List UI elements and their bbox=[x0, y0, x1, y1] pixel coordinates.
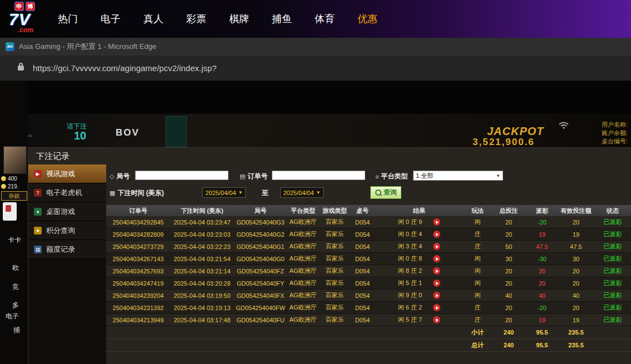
column-header: 结果 bbox=[375, 207, 464, 215]
play-cell: 庄 bbox=[464, 316, 491, 324]
round-cell: GD054254040G3 bbox=[234, 219, 287, 226]
order-cell: 250404034282809 bbox=[106, 231, 170, 238]
left-strip-item[interactable]: 卡卡 bbox=[8, 236, 21, 245]
column-header: 游戏类型 bbox=[319, 207, 350, 215]
balance-value-1: 400 bbox=[8, 176, 17, 182]
game-type-cell: 百家乐 bbox=[319, 255, 350, 263]
order-cell: 250404034273729 bbox=[106, 243, 170, 250]
logo-text: 7V bbox=[9, 11, 51, 28]
site-logo[interactable]: 申 博 7V .com bbox=[9, 2, 51, 34]
account-info-label: 账户余额: bbox=[602, 129, 628, 137]
nav-item-3[interactable]: 彩票 bbox=[186, 12, 206, 26]
modal-main: ◇ 局号 ▤ 订单号 ≡ 平台类型 bbox=[106, 164, 631, 364]
time-cell: 2025-04-04 03:23:03 bbox=[170, 231, 234, 238]
bet-cell: 20 bbox=[491, 305, 526, 311]
replay-icon[interactable] bbox=[433, 280, 440, 287]
replay-icon[interactable] bbox=[433, 292, 440, 299]
result-text: 闲 5 庄 7 bbox=[398, 316, 422, 324]
total-row-cell: 总计 bbox=[464, 341, 491, 350]
balance-value-2: 219. bbox=[8, 183, 18, 190]
table-no-cell: D054 bbox=[350, 305, 375, 311]
left-strip-item[interactable]: 欧 bbox=[12, 263, 19, 273]
replay-icon[interactable] bbox=[433, 218, 440, 226]
result-cell: 闲 5 庄 1 bbox=[375, 279, 464, 287]
slot-machine-icon: 7 bbox=[34, 189, 42, 197]
replay-icon[interactable] bbox=[433, 267, 440, 275]
table-header-row: 订单号下注时间 (美东)局号平台类型游戏类型桌号结果玩法总投注派彩有效投注额状态 bbox=[106, 205, 631, 216]
play-cell: 闲 bbox=[464, 255, 491, 263]
payout-cell: 20 bbox=[526, 280, 558, 287]
order-cell: 250404034231392 bbox=[106, 305, 170, 311]
ag-favicon: AG bbox=[6, 42, 14, 51]
replay-icon[interactable] bbox=[433, 243, 440, 250]
column-header: 玩法 bbox=[464, 207, 491, 215]
replay-icon[interactable] bbox=[433, 316, 440, 323]
replay-icon[interactable] bbox=[433, 304, 440, 311]
sidebar-item-label: 视讯游戏 bbox=[46, 169, 75, 179]
platform-select[interactable]: 1.全部 ▼ bbox=[413, 171, 503, 181]
nav-item-6[interactable]: 体育 bbox=[315, 12, 335, 26]
status-cell: 已派彩 bbox=[594, 279, 631, 287]
play-cell: 闲 bbox=[464, 291, 491, 300]
modal-title: 下注记录 bbox=[28, 148, 631, 164]
left-strip-item[interactable]: 电子 bbox=[6, 312, 19, 321]
table-row: 2504040342737292025-04-04 03:22:23GD0542… bbox=[106, 241, 631, 253]
left-strip-item[interactable]: 多 bbox=[12, 301, 19, 310]
list-icon: ≡ bbox=[375, 173, 379, 180]
table-no-cell: D054 bbox=[350, 256, 375, 262]
nav-item-0[interactable]: 热门 bbox=[58, 12, 78, 26]
nav-item-4[interactable]: 棋牌 bbox=[229, 12, 249, 26]
table-body: 2504040342928452025-04-04 03:23:47GD0542… bbox=[106, 216, 631, 352]
table-row: 2504040342928452025-04-04 03:23:47GD0542… bbox=[106, 216, 631, 228]
caret-down-icon: ▼ bbox=[239, 190, 243, 195]
replay-icon[interactable] bbox=[433, 231, 440, 238]
subtotal-row: 小计24095.5235.5 bbox=[106, 326, 631, 339]
window-title: Asia Gaming - 用户配置 1 - Microsoft Edge bbox=[19, 42, 156, 52]
order-filter-label: ▤ 订单号 bbox=[240, 172, 267, 181]
search-button[interactable]: 查询 bbox=[370, 186, 401, 199]
sidebar-item-1[interactable]: 7电子老虎机 bbox=[28, 183, 106, 202]
order-cell: 250404034239204 bbox=[106, 292, 170, 299]
order-input[interactable] bbox=[272, 171, 365, 180]
round-filter-label: ◇ 局号 bbox=[110, 172, 130, 181]
subtotal-row-cell: 240 bbox=[491, 329, 526, 336]
avatar[interactable] bbox=[3, 146, 27, 174]
nav-item-1[interactable]: 电子 bbox=[101, 12, 121, 26]
sidebar-item-0[interactable]: ▶视讯游戏 bbox=[28, 164, 106, 183]
url-text[interactable]: https://gci.7vvvvvv.com/agingame/pcv2/in… bbox=[33, 63, 217, 73]
sidebar-item-3[interactable]: ★积分查询 bbox=[28, 221, 106, 240]
deposit-button[interactable]: 存款 bbox=[1, 191, 27, 201]
bet-cell: 20 bbox=[491, 231, 526, 238]
browser-urlbar[interactable]: https://gci.7vvvvvv.com/agingame/pcv2/in… bbox=[0, 56, 631, 81]
round-input[interactable] bbox=[135, 171, 228, 180]
calendar-icon: ▦ bbox=[110, 190, 115, 197]
main-nav: 热门电子真人彩票棋牌捕鱼体育优惠 bbox=[58, 12, 377, 26]
left-strip: 400 219. 存款 卡卡欧竞多电子捕 bbox=[0, 81, 28, 364]
column-header: 派彩 bbox=[526, 207, 558, 215]
replay-icon[interactable] bbox=[433, 255, 440, 262]
jackpot-label: JACKPOT bbox=[487, 125, 544, 138]
sidebar-item-4[interactable]: ▤额度记录 bbox=[28, 240, 106, 259]
bet-time-label: ▦ 下注时间 (美东) bbox=[110, 188, 164, 198]
nav-item-5[interactable]: 捕鱼 bbox=[272, 12, 292, 26]
nav-item-2[interactable]: 真人 bbox=[143, 12, 163, 26]
result-cell: 闲 6 庄 2 bbox=[375, 303, 464, 312]
subtotal-row-cell: 95.5 bbox=[526, 329, 558, 336]
play-cell: 闲 bbox=[464, 218, 491, 226]
bet-cell: 50 bbox=[491, 243, 526, 250]
platform-cell: AG欧洲厅 bbox=[287, 267, 319, 275]
game-type-cell: 百家乐 bbox=[319, 291, 350, 300]
left-strip-item[interactable]: 捕 bbox=[13, 326, 20, 335]
date-from-picker[interactable]: 2025/04/04 ▼ bbox=[202, 187, 246, 198]
round-cell: GD054254040FZ bbox=[234, 268, 287, 275]
date-to-picker[interactable]: 2025/04/04 ▼ bbox=[280, 187, 324, 198]
nav-item-7[interactable]: 优惠 bbox=[357, 12, 377, 26]
round-label-text: 局号 bbox=[116, 172, 130, 181]
sidebar-item-2[interactable]: ♦桌面游戏 bbox=[28, 202, 106, 221]
time-cell: 2025-04-04 03:23:47 bbox=[170, 219, 234, 226]
slot-machine-shape bbox=[166, 116, 187, 147]
left-strip-item[interactable]: 竞 bbox=[12, 282, 19, 292]
status-cell: 已派彩 bbox=[594, 218, 631, 226]
time-cell: 2025-04-04 03:19:13 bbox=[170, 305, 234, 311]
payout-cell: -30 bbox=[526, 256, 558, 262]
